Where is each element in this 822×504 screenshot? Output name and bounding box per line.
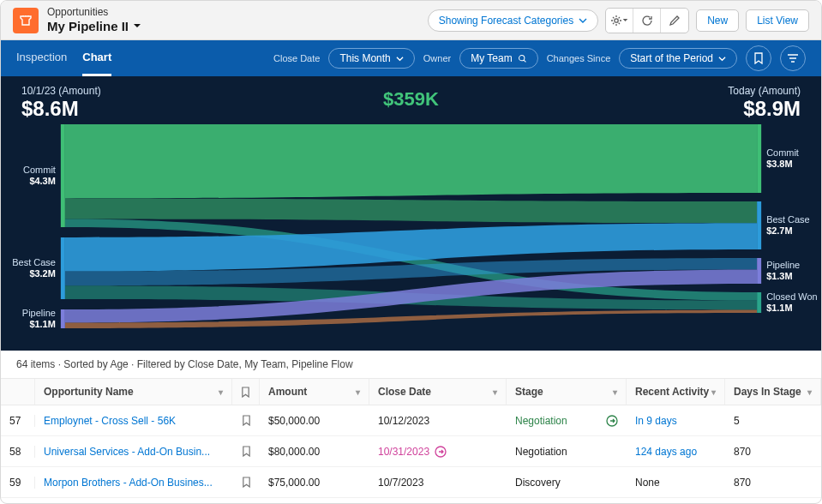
svg-text:$1.3M: $1.3M <box>766 271 792 281</box>
col-index <box>1 379 35 405</box>
tab-chart[interactable]: Chart <box>82 40 111 76</box>
svg-point-1 <box>519 55 524 60</box>
svg-text:Pipeline: Pipeline <box>22 308 56 318</box>
svg-rect-8 <box>61 309 65 328</box>
app-icon <box>13 8 39 33</box>
chevron-down-icon <box>718 55 726 63</box>
chart-right-summary: Today (Amount) $8.9M <box>728 85 801 121</box>
col-opportunity[interactable]: Opportunity Name▾ <box>35 379 232 405</box>
caret-down-icon <box>622 17 628 23</box>
chevron-down-icon <box>396 55 404 63</box>
svg-point-0 <box>615 18 618 21</box>
svg-rect-14 <box>757 201 761 249</box>
col-bookmark[interactable] <box>232 379 260 405</box>
svg-text:$1.1M: $1.1M <box>29 319 55 329</box>
action-button-group <box>605 8 689 33</box>
sankey-chart: 10/1/23 (Amount) $8.6M Today (Amount) $8… <box>1 76 821 351</box>
table-row[interactable]: 59 Morpon Brothers - Add-On Busines... $… <box>1 467 821 498</box>
control-bar: Inspection Chart Close Date This Month O… <box>1 40 821 76</box>
close-date-cell: 10/7/2023 <box>369 477 507 489</box>
arrow-circle-icon <box>606 415 618 427</box>
bookmark-cell[interactable] <box>232 477 260 488</box>
svg-text:Best Case: Best Case <box>12 257 56 267</box>
header-titles: Opportunities My Pipeline II <box>47 7 141 33</box>
recent-activity-cell[interactable]: 124 days ago <box>627 446 725 458</box>
svg-text:Closed Won: Closed Won <box>766 291 817 302</box>
list-view-button[interactable]: List View <box>746 9 809 32</box>
opportunity-link[interactable]: Employnet - Cross Sell - 56K <box>35 415 232 427</box>
header-left: Opportunities My Pipeline II <box>13 7 141 33</box>
table-row[interactable]: 58 Universal Services - Add-On Busin... … <box>1 436 821 467</box>
close-date-cell: 10/12/2023 <box>369 415 507 427</box>
stage-cell: Negotiation <box>507 446 627 458</box>
days-in-stage-cell: 870 <box>725 477 821 489</box>
col-amount[interactable]: Amount▾ <box>260 379 369 405</box>
caret-down-icon <box>133 21 141 30</box>
changes-since-label: Changes Since <box>547 53 611 63</box>
row-index: 57 <box>1 415 35 427</box>
sankey-svg-container: Commit$4.3MBest Case$3.2MPipeline$1.1MCo… <box>1 117 821 345</box>
owner-filter[interactable]: My Team <box>459 48 537 69</box>
svg-rect-17 <box>757 258 761 284</box>
edit-button[interactable] <box>661 9 688 33</box>
stage-cell: Discovery <box>507 477 627 489</box>
filter-menu-button[interactable] <box>780 45 806 71</box>
row-index: 58 <box>1 446 35 458</box>
svg-text:Pipeline: Pipeline <box>766 260 800 270</box>
svg-rect-11 <box>757 124 761 193</box>
settings-button[interactable] <box>606 9 633 33</box>
opportunity-link[interactable]: Universal Services - Add-On Busin... <box>35 446 232 458</box>
close-date-filter[interactable]: This Month <box>328 48 414 69</box>
tab-inspection[interactable]: Inspection <box>16 40 67 76</box>
svg-rect-2 <box>61 124 65 227</box>
close-date-cell: 10/31/2023 <box>369 446 507 458</box>
chevron-down-icon <box>579 16 587 25</box>
close-date-label: Close Date <box>273 53 320 63</box>
opportunity-link[interactable]: Morpon Brothers - Add-On Busines... <box>35 477 232 489</box>
svg-rect-5 <box>61 237 65 299</box>
forecast-categories-pill[interactable]: Showing Forecast Categories <box>428 9 598 32</box>
recent-activity-cell: None <box>627 477 725 489</box>
table-meta: 64 items · Sorted by Age · Filtered by C… <box>1 351 821 378</box>
svg-text:$2.7M: $2.7M <box>766 225 792 236</box>
days-in-stage-cell: 5 <box>725 415 821 427</box>
table-row[interactable]: 57 Employnet - Cross Sell - 56K $50,000.… <box>1 405 821 436</box>
amount-cell: $75,000.00 <box>260 477 369 489</box>
stage-cell: Negotiation <box>507 415 627 427</box>
svg-text:$1.1M: $1.1M <box>766 303 792 313</box>
arrow-circle-icon <box>435 446 447 458</box>
new-button[interactable]: New <box>696 9 739 32</box>
header-title[interactable]: My Pipeline II <box>47 19 141 33</box>
amount-cell: $80,000.00 <box>260 446 369 458</box>
search-icon <box>518 54 527 63</box>
header-bar: Opportunities My Pipeline II Showing For… <box>1 1 821 40</box>
bookmark-button[interactable] <box>746 45 771 71</box>
owner-label: Owner <box>423 53 451 63</box>
refresh-button[interactable] <box>633 9 661 33</box>
chart-delta: $359K <box>383 88 439 111</box>
bookmark-icon <box>241 387 250 398</box>
days-in-stage-cell: 870 <box>725 446 821 458</box>
svg-text:$3.2M: $3.2M <box>29 268 55 279</box>
svg-text:Commit: Commit <box>766 147 799 158</box>
col-days-in-stage[interactable]: Days In Stage▾ <box>725 379 821 405</box>
bookmark-cell[interactable] <box>232 446 260 457</box>
recent-activity-cell[interactable]: In 9 days <box>627 415 725 427</box>
table-header: Opportunity Name▾ Amount▾ Close Date▾ St… <box>1 378 821 405</box>
svg-rect-20 <box>757 292 761 313</box>
changes-since-filter[interactable]: Start of the Period <box>619 48 737 69</box>
table-body: 57 Employnet - Cross Sell - 56K $50,000.… <box>1 405 821 498</box>
row-index: 59 <box>1 477 35 489</box>
col-recent-activity[interactable]: Recent Activity▾ <box>627 379 725 405</box>
chart-left-summary: 10/1/23 (Amount) $8.6M <box>21 85 101 121</box>
bookmark-cell[interactable] <box>232 415 260 426</box>
svg-text:$3.8M: $3.8M <box>766 159 792 169</box>
header-right: Showing Forecast Categories New List Vie… <box>428 8 809 33</box>
header-subtitle: Opportunities <box>47 7 141 19</box>
control-bar-filters: Close Date This Month Owner My Team Chan… <box>273 45 806 71</box>
col-stage[interactable]: Stage▾ <box>507 379 627 405</box>
svg-text:$4.3M: $4.3M <box>29 176 55 186</box>
col-close-date[interactable]: Close Date▾ <box>369 379 507 405</box>
svg-text:Commit: Commit <box>23 165 56 175</box>
view-tabs: Inspection Chart <box>16 40 111 76</box>
